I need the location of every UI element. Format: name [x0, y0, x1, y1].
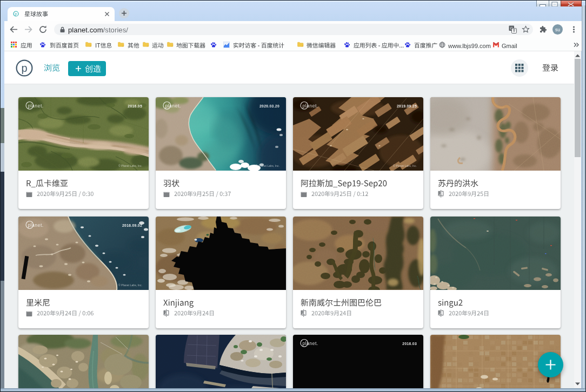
svg-text:© Planet Labs, Inc.: © Planet Labs, Inc.: [256, 164, 279, 167]
svg-text:2016.05: 2016.05: [128, 104, 142, 108]
svg-text:planet.: planet.: [165, 103, 181, 109]
svg-text:© Planet Labs, Inc.: © Planet Labs, Inc.: [393, 164, 417, 167]
svg-text:planet.: planet.: [302, 341, 318, 346]
svg-text:planet.: planet.: [302, 103, 318, 109]
svg-text:planet.: planet.: [28, 222, 43, 228]
svg-text:2016.03: 2016.03: [402, 342, 417, 346]
svg-text:© Planet Labs, Inc.: © Planet Labs, Inc.: [118, 164, 142, 167]
svg-text:© Planet Labs, Inc.: © Planet Labs, Inc.: [118, 283, 142, 287]
svg-text:planet.: planet.: [28, 103, 43, 109]
svg-text:2020.03.20: 2020.03.20: [259, 104, 279, 108]
svg-text:2019.09.25: 2019.09.25: [397, 104, 417, 108]
svg-text:p: p: [15, 12, 17, 16]
svg-text:2016.09.02: 2016.09.02: [122, 224, 142, 227]
svg-text:p: p: [22, 62, 28, 74]
